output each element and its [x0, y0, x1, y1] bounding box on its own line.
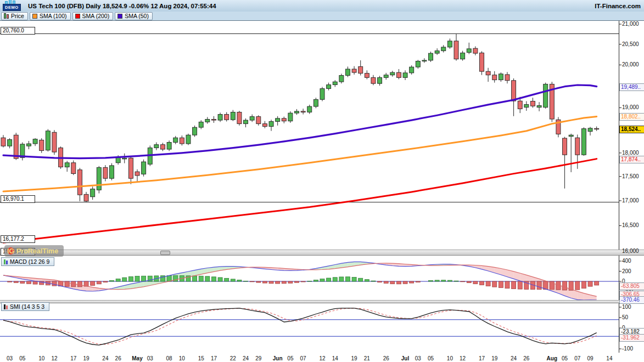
smi-tick-label: -100 — [622, 346, 633, 352]
brand-link[interactable]: IT-Finance.com — [595, 3, 641, 9]
legend-tab-sma-50[interactable]: SMA (50) — [115, 12, 153, 20]
time-axis-label: 09 — [583, 355, 598, 361]
tab-macd-indicator[interactable]: MACD (12 26 9 — [1, 257, 54, 266]
legend-bar: PriceSMA (100)SMA (200)SMA (50) — [0, 12, 644, 21]
time-axis-label: 19 — [487, 355, 502, 361]
time-axis-label: 21 — [359, 355, 374, 361]
time-axis-label: 26 — [110, 355, 126, 361]
smi-tab-label: SMI (14 3 5 3 — [10, 303, 44, 310]
legend-tab-label: Price — [11, 13, 24, 19]
price-tick-label: 17,500 — [622, 173, 639, 179]
smi-tick-label: 100 — [622, 304, 631, 310]
time-axis-label: 10 — [174, 355, 189, 361]
title-bar: DEMO US Tech 100 (DFB) Daily 18,524.9 -0… — [0, 0, 644, 12]
price-tick-label: 21,000 — [622, 21, 639, 27]
time-axis-label: 17 — [206, 355, 221, 361]
macd-tick-label: 400 — [622, 258, 631, 264]
price-tick-label: 19,000 — [622, 104, 639, 110]
price-tick-label: 17,000 — [622, 197, 639, 203]
time-axis-label: 14 — [602, 355, 617, 361]
time-axis-label: 12 — [47, 355, 62, 361]
prorealtime-watermark: IG ProRealTime — [4, 245, 64, 257]
time-axis-label: 05 — [423, 355, 439, 361]
watermark-text: ProRealTime — [16, 247, 58, 255]
sma-color-icon — [32, 14, 37, 19]
divider-drag-handle[interactable] — [160, 251, 170, 255]
price-tick-label: 16,000 — [622, 248, 639, 254]
price-tick-label: 20,000 — [622, 61, 639, 67]
sma-color-icon — [75, 14, 80, 19]
price-value-box: 19,489.. — [619, 83, 644, 91]
macd-value-box: -370.46 — [619, 296, 644, 304]
price-value-box: 17,874.. — [619, 156, 644, 163]
macd-value-box: -63.805 — [619, 282, 644, 290]
macd-tick-label: 200 — [622, 268, 631, 274]
legend-tab-sma-200[interactable]: SMA (200) — [72, 12, 114, 20]
time-axis-label: 03 — [142, 355, 158, 361]
tab-smi-indicator[interactable]: SMI (14 3 5 3 — [1, 302, 49, 311]
legend-tab-label: SMA (100) — [40, 13, 67, 19]
legend-tab-label: SMA (50) — [125, 13, 149, 19]
time-axis-label: 05 — [15, 355, 30, 361]
legend-tab-label: SMA (200) — [82, 13, 110, 19]
time-axis-label: 26 — [519, 355, 534, 361]
price-tick-label: 20,500 — [622, 41, 639, 47]
platform-logo: DEMO — [3, 0, 24, 12]
demo-badge: DEMO — [3, 4, 21, 11]
time-axis-label: 19 — [79, 355, 94, 361]
smi-tick-label: 50 — [622, 314, 628, 320]
price-level-box: 20,760.0 — [1, 27, 35, 35]
chart-application-window: DEMO US Tech 100 (DFB) Daily 18,524.9 -0… — [0, 0, 644, 362]
smi-tab-icon — [4, 304, 8, 309]
time-axis-label: 29 — [251, 355, 266, 361]
time-axis-label: 07 — [295, 355, 311, 361]
price-value-box: 18,802.. — [619, 113, 644, 121]
chart-canvas[interactable] — [0, 0, 644, 362]
smi-value-box: -31.962 — [619, 334, 644, 342]
legend-tab-sma-100[interactable]: SMA (100) — [30, 12, 71, 20]
time-axis-label: 26 — [378, 355, 394, 361]
price-level-box: 16,177.2 — [1, 235, 35, 243]
panel-divider-price-macd[interactable] — [0, 250, 644, 256]
panel-divider-macd-smi[interactable] — [0, 300, 644, 303]
price-tick-label: 16,500 — [622, 222, 639, 228]
time-axis-label: 14 — [327, 355, 343, 361]
price-candles-icon — [4, 13, 9, 19]
price-level-box: 16,970.1 — [1, 195, 35, 203]
price-value-box: 18,524.. — [619, 126, 644, 133]
macd-tab-label: MACD (12 26 9 — [10, 258, 49, 265]
price-tick-label: 18,000 — [622, 150, 639, 156]
time-axis-label: 12 — [455, 355, 471, 361]
sma-color-icon — [117, 14, 122, 19]
ig-logo-icon: IG — [7, 247, 14, 254]
chart-title: US Tech 100 (DFB) Daily 18,524.9 -0.06% … — [28, 3, 216, 9]
macd-tab-icon — [4, 259, 8, 264]
legend-tab-price[interactable]: Price — [1, 12, 28, 20]
